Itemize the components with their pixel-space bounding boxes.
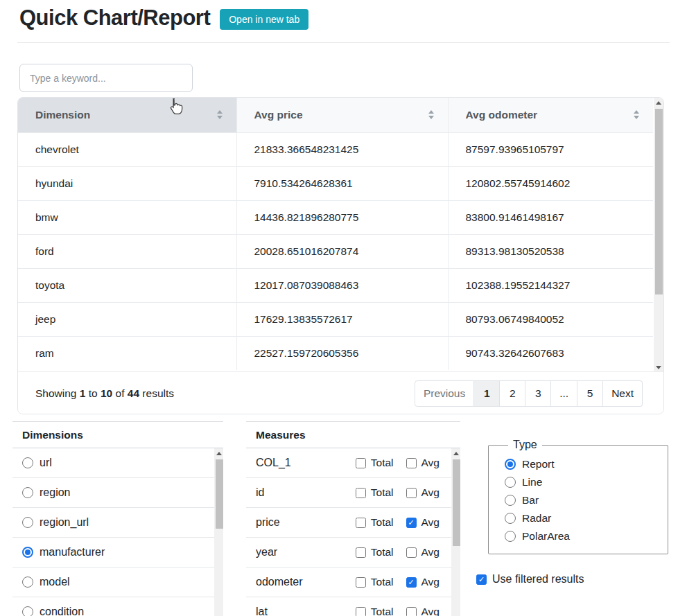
page-button-1[interactable]: 1 (474, 380, 500, 407)
dimension-option-label: region_url (40, 516, 89, 529)
dimension-option-url[interactable]: url (12, 448, 223, 478)
column-header-avg-price[interactable]: Avg price (236, 98, 448, 132)
dimension-option-region-url[interactable]: region_url (12, 508, 223, 538)
column-header-label: Avg price (254, 109, 303, 121)
dimension-option-manufacturer[interactable]: manufacturer (12, 538, 223, 567)
checkbox-icon: ✓ (406, 518, 417, 528)
measure-col-1-total-checkbox[interactable]: Total (356, 457, 394, 469)
measure-col-1-avg-checkbox[interactable]: Avg (406, 457, 440, 469)
measure-row-col-1: COL_1TotalAvg (246, 448, 460, 478)
checkbox-icon (356, 488, 366, 498)
table-row-chevrolet: chevrolet21833.36654823142587597.9396510… (18, 132, 653, 166)
type-option-report[interactable]: Report (505, 458, 661, 470)
dimensions-title: Dimensions (12, 422, 223, 448)
type-fieldset: Type ReportLineBarRadarPolarArea (488, 439, 668, 554)
radio-icon (22, 457, 33, 468)
open-in-new-tab-button[interactable]: Open in new tab (220, 9, 308, 30)
measure-lat-avg-checkbox[interactable]: Avg (406, 606, 440, 616)
column-header-dimension[interactable]: Dimension (18, 98, 236, 132)
type-option-label: Bar (522, 494, 539, 507)
avg-label: Avg (421, 546, 440, 558)
total-label: Total (371, 516, 394, 529)
measure-price-total-checkbox[interactable]: Total (356, 516, 394, 529)
checkbox-icon (356, 607, 366, 616)
column-header-label: Avg odometer (466, 109, 538, 121)
measure-label: lat (256, 606, 356, 616)
checkbox-icon (356, 547, 366, 558)
column-header-inner: Dimension (35, 109, 223, 121)
search-input[interactable] (19, 64, 193, 92)
measures-scrollbar-thumb[interactable] (453, 459, 460, 546)
measure-label: year (256, 546, 356, 558)
table-cell: bmw (18, 200, 236, 234)
dimensions-list: urlregionregion_urlmanufacturermodelcond… (12, 448, 223, 616)
page-button-previous[interactable]: Previous (415, 380, 474, 407)
measure-id-total-checkbox[interactable]: Total (356, 486, 394, 499)
table-row-ford: ford20028.65101620787489313.98130520538 (18, 234, 653, 268)
checkbox-icon (406, 458, 417, 468)
measure-row-lat: latTotalAvg (246, 597, 460, 616)
measure-year-total-checkbox[interactable]: Total (356, 546, 394, 558)
dimension-option-model[interactable]: model (12, 567, 223, 597)
scroll-up-icon[interactable] (451, 448, 460, 458)
column-header-avg-odometer[interactable]: Avg odometer (448, 98, 653, 132)
type-option-radar[interactable]: Radar (505, 512, 661, 525)
radio-icon (505, 459, 516, 470)
measures-scrollbar[interactable] (451, 448, 460, 616)
avg-label: Avg (421, 516, 440, 529)
dimension-option-label: region (40, 486, 70, 499)
checkbox-icon (356, 518, 366, 528)
avg-label: Avg (421, 576, 440, 588)
measure-lat-total-checkbox[interactable]: Total (356, 606, 394, 616)
measure-row-id: idTotalAvg (246, 478, 460, 508)
page-button-3[interactable]: 3 (525, 380, 551, 407)
measure-odometer-total-checkbox[interactable]: Total (356, 576, 394, 588)
table-scrollbar[interactable] (654, 98, 663, 372)
radio-icon (22, 487, 33, 498)
page-title: Quick Chart/Report (19, 6, 210, 30)
page-button-next[interactable]: Next (603, 380, 643, 407)
table-cell: 14436.821896280775 (236, 200, 448, 234)
total-label: Total (371, 576, 394, 588)
summary-word: of (116, 387, 125, 399)
table-row-toyota: toyota12017.087039088463102388.195521443… (18, 268, 653, 302)
type-option-label: PolarArea (522, 530, 570, 543)
type-option-polararea[interactable]: PolarArea (505, 530, 661, 543)
measure-id-avg-checkbox[interactable]: Avg (406, 486, 440, 499)
scroll-down-icon[interactable] (654, 362, 663, 372)
dimension-option-label: manufacturer (40, 546, 105, 558)
table-scrollbar-thumb[interactable] (655, 109, 663, 294)
table-header-row: DimensionAvg priceAvg odometer (18, 98, 653, 132)
table-cell: 20028.651016207874 (236, 234, 448, 268)
page-button-item[interactable]: ... (551, 380, 577, 407)
scroll-up-icon[interactable] (654, 98, 663, 107)
measure-price-avg-checkbox[interactable]: ✓Avg (406, 516, 440, 529)
measure-row-price: priceTotal✓Avg (246, 508, 460, 538)
type-option-bar[interactable]: Bar (505, 494, 661, 507)
radio-icon (505, 531, 516, 542)
sort-asc-icon (217, 110, 223, 114)
use-filtered-results-toggle[interactable]: ✓ Use filtered results (476, 573, 677, 586)
page-button-2[interactable]: 2 (500, 380, 525, 407)
page-button-5[interactable]: 5 (577, 380, 603, 407)
radio-icon (505, 477, 516, 488)
table-row-bmw: bmw14436.82189628077583800.91461498167 (18, 200, 653, 234)
chart-options-column: Type ReportLineBarRadarPolarArea ✓ Use f… (476, 421, 677, 616)
pagination: Previous123...5Next (415, 380, 643, 407)
scroll-up-icon[interactable] (214, 448, 223, 458)
avg-label: Avg (421, 606, 440, 616)
dimension-option-region[interactable]: region (12, 478, 223, 508)
dimension-option-condition[interactable]: condition (12, 597, 223, 616)
type-legend: Type (508, 439, 542, 451)
dimensions-scrollbar[interactable] (214, 448, 223, 616)
table-cell: 17629.13835572617 (236, 302, 448, 336)
measure-year-avg-checkbox[interactable]: Avg (406, 546, 440, 558)
use-filtered-label: Use filtered results (492, 573, 584, 586)
measure-row-year: yearTotalAvg (246, 538, 460, 567)
type-option-line[interactable]: Line (505, 476, 661, 489)
use-filtered-checkbox-icon: ✓ (476, 574, 487, 585)
page-header: Quick Chart/Report Open in new tab (0, 0, 687, 30)
measures-panel: Measures COL_1TotalAvgidTotalAvgpriceTot… (246, 421, 460, 616)
dimensions-scrollbar-thumb[interactable] (216, 459, 223, 529)
measure-odometer-avg-checkbox[interactable]: ✓Avg (406, 576, 440, 588)
